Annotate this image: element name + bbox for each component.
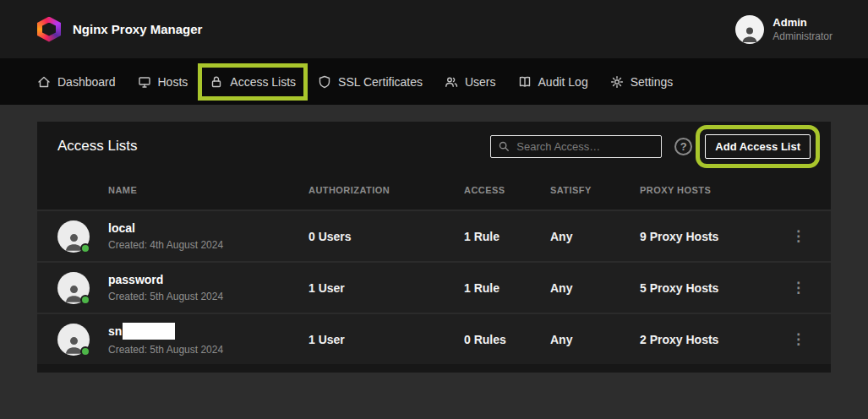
access-lists-panel: Access Lists ? Add Access List NAME AUTH… <box>37 122 831 373</box>
name-cell: local Created: 4th August 2024 <box>108 221 308 251</box>
authorization-cell: 1 User <box>308 281 464 295</box>
main-nav: Dashboard Hosts Access Lists SSL Certifi… <box>0 58 868 105</box>
avatar-cell <box>57 220 108 253</box>
nav-label: Settings <box>631 75 674 89</box>
search-icon <box>498 140 510 152</box>
access-cell: 0 Rules <box>464 333 550 346</box>
person-icon <box>740 24 760 44</box>
nav-item-audit-log[interactable]: Audit Log <box>518 75 588 89</box>
avatar-cell <box>57 272 108 304</box>
book-icon <box>518 75 532 89</box>
monitor-icon <box>138 75 151 89</box>
nav-item-hosts[interactable]: Hosts <box>138 75 188 89</box>
access-list-name: sn <box>108 323 308 340</box>
gear-icon <box>610 75 624 89</box>
user-role: Administrator <box>772 30 833 42</box>
row-avatar <box>57 324 90 356</box>
nav-item-settings[interactable]: Settings <box>610 75 674 89</box>
nav-item-access-lists[interactable]: Access Lists <box>210 75 296 89</box>
table-header-row: NAME AUTHORIZATION ACCESS SATISFY PROXY … <box>37 171 831 210</box>
table-row[interactable]: password Created: 5th August 2024 1 User… <box>37 261 831 313</box>
nav-item-dashboard[interactable]: Dashboard <box>37 75 116 89</box>
lock-icon <box>210 75 223 89</box>
avatar-cell <box>57 324 108 356</box>
users-icon <box>445 75 458 89</box>
status-dot <box>80 243 90 253</box>
kebab-menu-icon[interactable]: ⋮ <box>786 279 811 297</box>
home-icon <box>37 75 51 89</box>
nav-label: Hosts <box>158 75 188 89</box>
table-row[interactable]: local Created: 4th August 2024 0 Users 1… <box>37 210 831 261</box>
nav-item-ssl-certificates[interactable]: SSL Certificates <box>318 75 423 89</box>
nav-label: Audit Log <box>538 75 588 89</box>
search-input[interactable] <box>516 140 654 153</box>
add-access-list-button[interactable]: Add Access List <box>705 134 811 159</box>
topbar: Nginx Proxy Manager Admin Administrator <box>0 0 868 58</box>
row-avatar <box>57 272 90 304</box>
row-avatar <box>57 220 90 253</box>
proxy-hosts-cell: 9 Proxy Hosts <box>640 230 777 243</box>
panel-header: Access Lists ? Add Access List <box>37 122 831 171</box>
user-name: Admin <box>772 16 833 29</box>
nav-label: Dashboard <box>57 75 116 89</box>
nav-label: SSL Certificates <box>338 75 423 89</box>
nav-label: Users <box>465 75 496 89</box>
brand: Nginx Proxy Manager <box>37 17 202 42</box>
created-date: Created: 5th August 2024 <box>108 291 308 302</box>
panel-actions: ? Add Access List <box>490 134 811 159</box>
created-date: Created: 4th August 2024 <box>108 239 308 251</box>
user-menu[interactable]: Admin Administrator <box>735 15 833 44</box>
status-dot <box>80 295 90 305</box>
column-header-authorization: AUTHORIZATION <box>308 185 464 195</box>
table-row[interactable]: sn Created: 5th August 2024 1 User 0 Rul… <box>37 313 831 364</box>
proxy-hosts-cell: 5 Proxy Hosts <box>640 281 777 295</box>
column-header-access: ACCESS <box>464 185 550 195</box>
app-logo-icon <box>37 17 61 42</box>
authorization-cell: 0 Users <box>308 230 464 243</box>
redaction-box <box>123 323 175 340</box>
authorization-cell: 1 User <box>308 333 464 346</box>
created-date: Created: 5th August 2024 <box>108 344 308 356</box>
user-avatar <box>735 15 764 44</box>
access-cell: 1 Rule <box>464 230 550 243</box>
satisfy-cell: Any <box>550 281 640 295</box>
satisfy-cell: Any <box>550 230 640 243</box>
column-header-proxy-hosts: PROXY HOSTS <box>640 185 777 195</box>
shield-icon <box>318 75 331 89</box>
help-icon[interactable]: ? <box>674 138 692 155</box>
nav-label: Access Lists <box>230 75 296 89</box>
status-dot <box>80 346 90 356</box>
name-cell: sn Created: 5th August 2024 <box>108 323 308 356</box>
search-box <box>490 135 662 158</box>
access-cell: 1 Rule <box>464 281 550 295</box>
content: Access Lists ? Add Access List NAME AUTH… <box>0 105 868 389</box>
nav-item-users[interactable]: Users <box>445 75 496 89</box>
kebab-menu-icon[interactable]: ⋮ <box>786 227 811 245</box>
column-header-name: NAME <box>108 185 308 195</box>
app-title: Nginx Proxy Manager <box>73 22 202 36</box>
kebab-menu-icon[interactable]: ⋮ <box>786 330 811 348</box>
access-list-name: local <box>108 221 308 235</box>
page-title: Access Lists <box>57 138 137 155</box>
proxy-hosts-cell: 2 Proxy Hosts <box>640 333 777 346</box>
name-cell: password Created: 5th August 2024 <box>108 273 308 302</box>
satisfy-cell: Any <box>550 333 640 346</box>
access-list-name: password <box>108 273 308 286</box>
column-header-satisfy: SATISFY <box>550 185 640 195</box>
user-text: Admin Administrator <box>772 16 833 42</box>
